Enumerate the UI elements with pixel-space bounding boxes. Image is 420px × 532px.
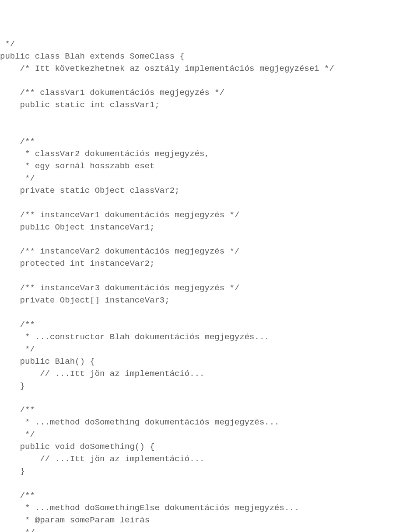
code-block: */ public class Blah extends SomeClass {… bbox=[0, 38, 420, 532]
